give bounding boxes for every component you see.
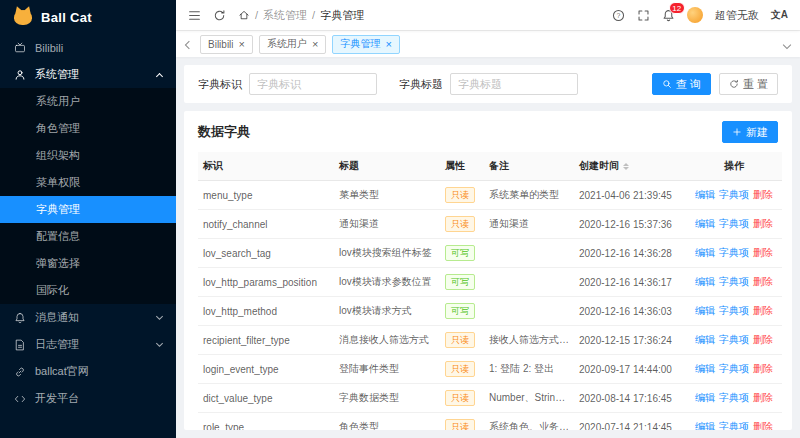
search-icon — [662, 79, 672, 89]
translate-icon[interactable]: 文A — [771, 8, 788, 22]
sidebar-subitem[interactable]: 弹窗选择 — [0, 250, 176, 277]
edit-link[interactable]: 编辑 — [695, 247, 715, 258]
edit-link[interactable]: 编辑 — [695, 334, 715, 345]
sidebar-item-label: ballcat官网 — [35, 364, 162, 379]
dict-items-link[interactable]: 字典项 — [719, 189, 749, 200]
dict-items-link[interactable]: 字典项 — [719, 218, 749, 229]
fullscreen-icon[interactable] — [637, 9, 650, 22]
sidebar-subitem[interactable]: 国际化 — [0, 277, 176, 304]
home-icon[interactable] — [238, 9, 250, 21]
dict-items-link[interactable]: 字典项 — [719, 421, 749, 430]
dict-title-cell: 通知渠道 — [334, 210, 440, 239]
dict-created-cell: 2020-12-16 15:37:36 — [574, 210, 686, 239]
dict-remark-cell — [484, 297, 574, 326]
sidebar-item-label: Bilibili — [35, 42, 162, 54]
help-icon[interactable]: ? — [612, 9, 625, 22]
menu-fold-icon[interactable] — [188, 9, 201, 22]
dict-title-cell: lov模块搜索组件标签 — [334, 239, 440, 268]
edit-link[interactable]: 编辑 — [695, 392, 715, 403]
sidebar-item-label: 消息通知 — [35, 310, 148, 325]
dict-title-input[interactable] — [450, 73, 578, 95]
sidebar-subitem[interactable]: 角色管理 — [0, 115, 176, 142]
dict-items-link[interactable]: 字典项 — [719, 247, 749, 258]
breadcrumb-current: 字典管理 — [320, 8, 364, 23]
dict-code-cell: role_type — [198, 413, 334, 431]
delete-link[interactable]: 删除 — [753, 189, 773, 200]
brand-logo[interactable]: Ball Cat — [0, 0, 176, 34]
sidebar-item[interactable]: 日志管理 — [0, 331, 176, 358]
sidebar-subitem[interactable]: 字典管理 — [0, 196, 176, 223]
delete-link[interactable]: 删除 — [753, 247, 773, 258]
dict-created-cell: 2020-08-14 17:16:45 — [574, 384, 686, 413]
tab[interactable]: 系统用户× — [259, 35, 326, 54]
dict-title-field: 字典标题 — [399, 73, 578, 95]
sidebar-subitem[interactable]: 配置信息 — [0, 223, 176, 250]
tab-list: Bilibili×系统用户×字典管理× — [200, 35, 776, 54]
sidebar-nav: Bilibili系统管理系统用户角色管理组织架构菜单权限字典管理配置信息弹窗选择… — [0, 34, 176, 412]
table-row: role_type角色类型只读系统角色、业务角色2020-07-14 21:14… — [198, 413, 782, 431]
row-actions: 编辑字典项删除 — [686, 297, 782, 326]
create-button-label: 新建 — [746, 125, 768, 140]
close-icon[interactable]: × — [239, 39, 245, 50]
breadcrumb-section[interactable]: 系统管理 — [263, 8, 307, 23]
dict-title-cell: 菜单类型 — [334, 181, 440, 210]
edit-link[interactable]: 编辑 — [695, 276, 715, 287]
delete-link[interactable]: 删除 — [753, 421, 773, 430]
query-button[interactable]: 查 询 — [652, 73, 711, 95]
svg-text:?: ? — [616, 11, 620, 18]
attr-tag: 可写 — [445, 245, 475, 261]
sidebar-item[interactable]: Bilibili — [0, 34, 176, 61]
sidebar-subitem[interactable]: 系统用户 — [0, 88, 176, 115]
reload-icon[interactable] — [213, 9, 226, 22]
dict-attr-cell: 只读 — [440, 210, 484, 239]
avatar[interactable] — [687, 7, 703, 23]
dict-attr-cell: 只读 — [440, 326, 484, 355]
dict-code-input[interactable] — [249, 73, 377, 95]
sidebar-item[interactable]: ballcat官网 — [0, 358, 176, 385]
username[interactable]: 超管无敌 — [715, 8, 759, 23]
dict-created-cell: 2020-07-14 21:14:45 — [574, 413, 686, 431]
table-card-header: 数据字典 新建 — [198, 121, 778, 143]
column-header[interactable]: 创建时间 — [574, 152, 686, 181]
notification-bell[interactable]: 12 — [662, 9, 675, 22]
close-icon[interactable]: × — [385, 39, 391, 50]
tab-scroll-left-icon[interactable] — [186, 37, 192, 51]
close-icon[interactable]: × — [312, 39, 318, 50]
main-area: / 系统管理 / 字典管理 ? 12 超管无敌 文A Bilibili×系统用户… — [176, 0, 800, 438]
delete-link[interactable]: 删除 — [753, 334, 773, 345]
dict-items-link[interactable]: 字典项 — [719, 276, 749, 287]
delete-link[interactable]: 删除 — [753, 218, 773, 229]
table-row: lov_search_taglov模块搜索组件标签可写2020-12-16 14… — [198, 239, 782, 268]
dict-remark-cell: 通知渠道 — [484, 210, 574, 239]
edit-link[interactable]: 编辑 — [695, 421, 715, 430]
tab[interactable]: Bilibili× — [200, 35, 253, 54]
sort-icon[interactable] — [623, 163, 629, 170]
dict-items-link[interactable]: 字典项 — [719, 305, 749, 316]
dict-code-cell: lov_search_tag — [198, 239, 334, 268]
search-form: 字典标识 字典标题 查 询 重 置 — [184, 65, 792, 103]
dict-created-cell: 2020-12-16 14:36:28 — [574, 239, 686, 268]
brand-name: Ball Cat — [41, 10, 92, 25]
sidebar-item[interactable]: 开发平台 — [0, 385, 176, 412]
row-actions: 编辑字典项删除 — [686, 355, 782, 384]
sidebar-subitem[interactable]: 菜单权限 — [0, 169, 176, 196]
sidebar-item[interactable]: 系统管理 — [0, 61, 176, 88]
edit-link[interactable]: 编辑 — [695, 305, 715, 316]
edit-link[interactable]: 编辑 — [695, 218, 715, 229]
sidebar-subitem[interactable]: 组织架构 — [0, 142, 176, 169]
tab-options-chevron-down-icon[interactable] — [784, 37, 790, 51]
delete-link[interactable]: 删除 — [753, 392, 773, 403]
sidebar-item[interactable]: 消息通知 — [0, 304, 176, 331]
dict-items-link[interactable]: 字典项 — [719, 392, 749, 403]
dict-items-link[interactable]: 字典项 — [719, 334, 749, 345]
table-row: lov_http_params_positionlov模块请求参数位置可写202… — [198, 268, 782, 297]
delete-link[interactable]: 删除 — [753, 305, 773, 316]
edit-link[interactable]: 编辑 — [695, 363, 715, 374]
reset-button[interactable]: 重 置 — [719, 73, 778, 95]
edit-link[interactable]: 编辑 — [695, 189, 715, 200]
dict-items-link[interactable]: 字典项 — [719, 363, 749, 374]
delete-link[interactable]: 删除 — [753, 276, 773, 287]
create-button[interactable]: 新建 — [722, 121, 778, 143]
delete-link[interactable]: 删除 — [753, 363, 773, 374]
tab[interactable]: 字典管理× — [332, 35, 399, 54]
